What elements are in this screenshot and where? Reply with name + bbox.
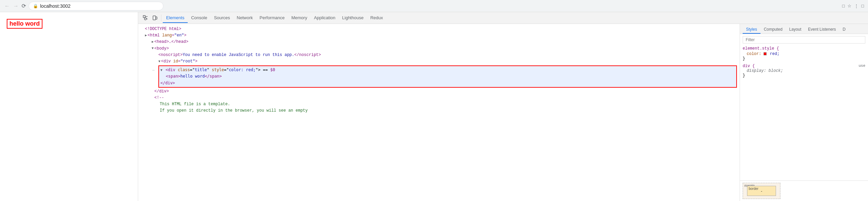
- svg-rect-4: [153, 16, 156, 20]
- tab-network[interactable]: Network: [234, 13, 256, 23]
- dots-indicator: …: [152, 67, 155, 73]
- html-line-body: ▼ <body>: [138, 46, 740, 52]
- style-rule-div: div { use display: block; }: [743, 64, 865, 78]
- reload-button[interactable]: ⟳: [22, 3, 26, 9]
- rule-selector-div: div { use: [743, 64, 865, 68]
- styles-tabs: Styles Computed Layout Event Listeners D: [740, 24, 868, 34]
- svg-rect-0: [143, 16, 145, 18]
- rule-body-element: color: red;: [743, 52, 865, 56]
- box-model: margin border -: [743, 183, 780, 199]
- tab-styles[interactable]: Styles: [743, 26, 761, 34]
- noscript-tag: <noscript>You need to enable JavaScript …: [158, 52, 321, 58]
- close-div-tag: </div>: [154, 88, 169, 95]
- main-layout: hello word Elements Console Sources Netw…: [0, 12, 868, 201]
- inspector-icon[interactable]: [141, 13, 150, 23]
- box-border: border -: [747, 186, 776, 196]
- rule-source-use: use: [859, 64, 865, 68]
- body-triangle[interactable]: ▼: [152, 46, 154, 51]
- browser-actions: □ ☆ ⋮ □: [842, 3, 864, 8]
- tab-separator: [161, 15, 161, 21]
- box-model-container: margin border -: [740, 180, 868, 201]
- page-content: hello word: [0, 12, 138, 201]
- tab-console[interactable]: Console: [188, 13, 211, 23]
- html-line-doctype: <!DOCTYPE html>: [138, 26, 740, 32]
- body-tag: <body>: [154, 46, 169, 52]
- color-swatch-red[interactable]: [764, 52, 767, 55]
- doctype-text: <!DOCTYPE html>: [145, 26, 181, 32]
- url-text: localhost:3002: [40, 3, 70, 9]
- head-tag: <head>…</head>: [154, 39, 188, 45]
- selected-div-close-line: </div>: [160, 80, 735, 86]
- html-line-close-div: </div>: [138, 88, 740, 95]
- tab-sources[interactable]: Sources: [211, 13, 234, 23]
- device-icon[interactable]: [150, 13, 160, 23]
- html-line-noscript: <noscript>You need to enable JavaScript …: [138, 52, 740, 58]
- styles-panel: Styles Computed Layout Event Listeners D…: [740, 24, 868, 201]
- tab-event-listeners[interactable]: Event Listeners: [805, 26, 839, 34]
- prop-display-name: display:: [747, 68, 769, 73]
- devtools-panel: Elements Console Sources Network Perform…: [138, 12, 868, 201]
- styles-filter-input[interactable]: [743, 36, 865, 44]
- border-label: border: [749, 187, 758, 191]
- forward-button[interactable]: →: [13, 3, 19, 9]
- selected-div-line: ▼ <div class="title" style="color: red;"…: [160, 67, 735, 73]
- prop-display-value: block;: [769, 68, 783, 73]
- browser-chrome: ← → ⟳ 🔒 localhost:3002 □ ☆ ⋮ □: [0, 0, 868, 12]
- rule-close-div: }: [743, 73, 865, 78]
- devtools-tabs: Elements Console Sources Network Perform…: [138, 12, 868, 24]
- styles-content: element.style { color: red; } div { use: [740, 34, 868, 180]
- margin-dash: -: [761, 189, 762, 193]
- html-line-comment2: If you open it directly in the browser, …: [138, 108, 740, 114]
- address-bar[interactable]: 🔒 localhost:3002: [29, 2, 163, 10]
- tab-application[interactable]: Application: [311, 13, 339, 23]
- head-triangle[interactable]: ►: [152, 39, 154, 45]
- tab-lighthouse[interactable]: Lighthouse: [339, 13, 367, 23]
- selected-element-block[interactable]: … ▼ <div class="title" style="color: red…: [158, 65, 737, 88]
- comment-text-2: If you open it directly in the browser, …: [160, 108, 308, 114]
- menu-icon[interactable]: ⋮: [854, 3, 859, 8]
- tab-redux[interactable]: Redux: [367, 13, 386, 23]
- cast-icon[interactable]: □: [842, 3, 845, 8]
- comment-open: <!--: [154, 95, 164, 101]
- window-icon[interactable]: □: [861, 3, 864, 8]
- prop-color-value: red;: [770, 52, 780, 56]
- html-panel: <!DOCTYPE html> ► <html lang="en"> ► <he…: [138, 24, 740, 201]
- selected-triangle[interactable]: ▼: [160, 68, 162, 72]
- svg-rect-5: [156, 17, 157, 19]
- rule-body-div: display: block;: [743, 68, 865, 73]
- html-line-root-div: ▼ <div id="root">: [138, 58, 740, 65]
- root-triangle[interactable]: ▼: [158, 59, 160, 64]
- html-tag: <html lang="en">: [148, 32, 186, 39]
- prop-color-name: color:: [747, 52, 764, 56]
- rule-selector-element: element.style {: [743, 46, 865, 51]
- html-line-head: ► <head>…</head>: [138, 39, 740, 45]
- devtools-body: <!DOCTYPE html> ► <html lang="en"> ► <he…: [138, 24, 868, 201]
- html-triangle[interactable]: ►: [145, 33, 147, 38]
- html-line-comment1: This HTML file is a template.: [138, 101, 740, 108]
- svg-point-3: [145, 18, 147, 20]
- back-button[interactable]: ←: [4, 3, 10, 9]
- rule-close-element: }: [743, 56, 865, 61]
- box-margin: margin border -: [743, 183, 780, 199]
- html-line-comment: <!--: [138, 95, 740, 101]
- html-line-html: ► <html lang="en">: [138, 32, 740, 39]
- comment-text-1: This HTML file is a template.: [160, 101, 230, 108]
- tab-memory[interactable]: Memory: [288, 13, 311, 23]
- selected-span-line: <span>hello word</span>: [160, 73, 735, 80]
- style-rule-element: element.style { color: red; }: [743, 46, 865, 61]
- hello-word-box: hello word: [7, 19, 42, 29]
- tab-performance[interactable]: Performance: [256, 13, 288, 23]
- tab-d[interactable]: D: [839, 26, 849, 34]
- tab-layout[interactable]: Layout: [786, 26, 805, 34]
- tab-computed[interactable]: Computed: [761, 26, 786, 34]
- star-icon[interactable]: ☆: [847, 3, 851, 8]
- tab-elements[interactable]: Elements: [163, 13, 188, 23]
- root-div-tag: <div id="root">: [161, 58, 197, 65]
- lock-icon: 🔒: [33, 4, 38, 8]
